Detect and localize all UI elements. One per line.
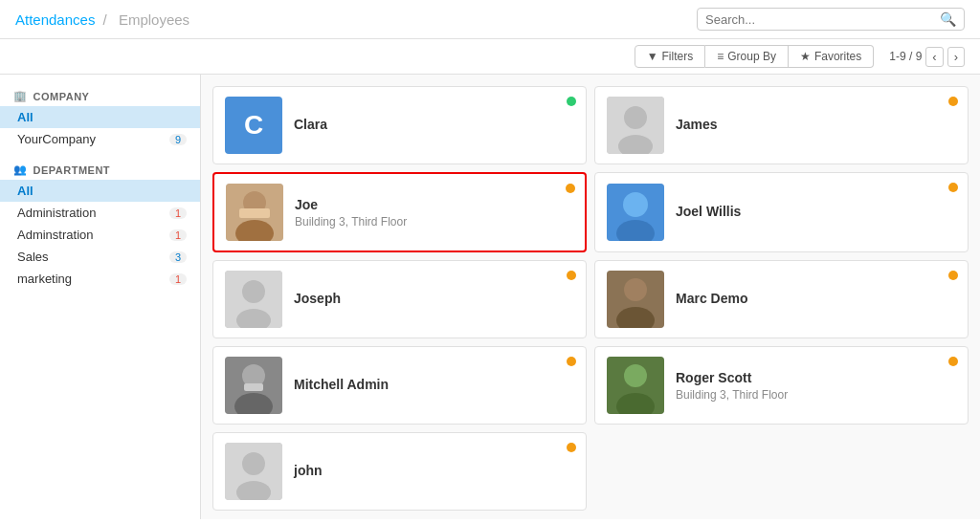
joel-status	[948, 183, 958, 192]
adminstration-badge: 1	[169, 229, 187, 241]
filter-icon: ▼	[647, 50, 658, 63]
svg-point-8	[623, 192, 648, 217]
breadcrumb-employees: Employees	[119, 11, 189, 28]
top-right: 🔍	[697, 8, 965, 31]
john-avatar	[225, 443, 282, 500]
marc-info: Marc Demo	[676, 291, 956, 309]
john-name: john	[294, 463, 574, 478]
mitchell-info: Mitchell Admin	[294, 377, 574, 395]
james-name: James	[676, 117, 956, 132]
roger-name: Roger Scott	[676, 370, 956, 385]
groupby-icon: ≡	[717, 50, 724, 63]
james-info: James	[676, 117, 956, 135]
james-avatar	[607, 97, 664, 154]
svg-point-14	[624, 278, 647, 301]
top-bar: Attendances / Employees 🔍	[0, 0, 980, 39]
sidebar-item-sales[interactable]: Sales 3	[0, 246, 200, 268]
marc-avatar	[607, 271, 664, 328]
mitchell-name: Mitchell Admin	[294, 377, 574, 392]
next-button[interactable]: ›	[947, 47, 965, 67]
yourcompany-badge: 9	[169, 134, 187, 145]
sidebar: 🏢 COMPANY All YourCompany 9 👥 DEPARTMENT…	[0, 75, 201, 519]
search-box[interactable]: 🔍	[697, 8, 965, 31]
employees-grid: C Clara James	[212, 86, 969, 511]
search-input[interactable]	[705, 12, 940, 27]
employee-card-joel[interactable]: Joel Willis	[594, 172, 969, 252]
breadcrumb: Attendances / Employees	[15, 11, 193, 28]
clara-status	[567, 97, 576, 106]
joel-avatar	[607, 184, 664, 241]
company-section-title: 🏢 COMPANY	[0, 84, 200, 106]
joe-sub: Building 3, Third Floor	[295, 215, 573, 229]
content-area: C Clara James	[201, 75, 980, 519]
joe-status	[566, 184, 575, 193]
employee-card-marc[interactable]: Marc Demo	[594, 260, 969, 338]
svg-rect-6	[239, 208, 270, 218]
svg-point-11	[242, 280, 265, 303]
mitchell-status	[567, 357, 576, 366]
administration-badge: 1	[169, 207, 187, 219]
employee-card-clara[interactable]: C Clara	[212, 86, 587, 164]
department-icon: 👥	[13, 163, 28, 176]
search-icon: 🔍	[940, 11, 956, 27]
pagination-text: 1-9 / 9	[889, 50, 922, 63]
pagination: 1-9 / 9 ‹ ›	[889, 47, 965, 67]
joseph-avatar	[225, 271, 282, 328]
clara-avatar: C	[225, 97, 282, 154]
sidebar-item-administration[interactable]: Administration 1	[0, 202, 200, 224]
filters-label: Filters	[662, 50, 694, 63]
clara-name: Clara	[294, 117, 574, 132]
clara-info: Clara	[294, 117, 574, 135]
toolbar: ▼ Filters ≡ Group By ★ Favorites 1-9 / 9…	[0, 39, 980, 75]
marc-status	[948, 271, 958, 280]
breadcrumb-sep: /	[103, 11, 107, 28]
john-status	[567, 443, 576, 452]
prev-button[interactable]: ‹	[925, 47, 943, 67]
filters-button[interactable]: ▼ Filters	[635, 45, 706, 68]
joseph-name: Joseph	[294, 291, 574, 306]
joe-info: Joe Building 3, Third Floor	[295, 197, 573, 229]
svg-point-1	[624, 106, 647, 129]
sidebar-item-yourcompany[interactable]: YourCompany 9	[0, 128, 200, 150]
john-info: john	[294, 463, 574, 481]
sidebar-item-all-company[interactable]: All	[0, 106, 200, 128]
breadcrumb-attendances[interactable]: Attendances	[15, 11, 95, 28]
joe-avatar	[226, 184, 283, 241]
employee-card-roger[interactable]: Roger Scott Building 3, Third Floor	[594, 346, 969, 425]
groupby-button[interactable]: ≡ Group By	[705, 45, 789, 68]
sidebar-item-marketing[interactable]: marketing 1	[0, 268, 200, 290]
main-layout: 🏢 COMPANY All YourCompany 9 👥 DEPARTMENT…	[0, 75, 980, 519]
roger-sub: Building 3, Third Floor	[676, 388, 956, 402]
employee-card-mitchell[interactable]: Mitchell Admin	[212, 346, 587, 425]
employee-card-joseph[interactable]: Joseph	[212, 260, 587, 338]
favorites-label: Favorites	[814, 50, 861, 63]
roger-info: Roger Scott Building 3, Third Floor	[676, 370, 956, 402]
roger-status	[948, 357, 958, 366]
sales-badge: 3	[169, 251, 187, 263]
marketing-badge: 1	[169, 273, 187, 285]
marc-name: Marc Demo	[676, 291, 956, 306]
mitchell-avatar	[225, 357, 282, 414]
roger-avatar	[607, 357, 664, 414]
star-icon: ★	[800, 50, 811, 63]
joel-name: Joel Willis	[676, 204, 956, 219]
department-section-title: 👥 DEPARTMENT	[0, 158, 200, 180]
sidebar-item-adminstration[interactable]: Adminstration 1	[0, 224, 200, 246]
joseph-info: Joseph	[294, 291, 574, 309]
joe-name: Joe	[295, 197, 573, 212]
svg-rect-19	[244, 383, 263, 391]
employee-card-joe[interactable]: Joe Building 3, Third Floor	[212, 172, 587, 252]
employee-card-james[interactable]: James	[594, 86, 969, 164]
sidebar-item-all-dept[interactable]: All	[0, 180, 200, 202]
svg-point-21	[624, 364, 647, 387]
joseph-status	[567, 271, 576, 280]
company-icon: 🏢	[13, 90, 28, 102]
favorites-button[interactable]: ★ Favorites	[789, 45, 874, 68]
employee-card-john[interactable]: john	[212, 432, 587, 511]
joel-info: Joel Willis	[676, 204, 956, 222]
james-status	[948, 97, 958, 106]
groupby-label: Group By	[727, 50, 776, 63]
svg-point-24	[242, 452, 265, 475]
